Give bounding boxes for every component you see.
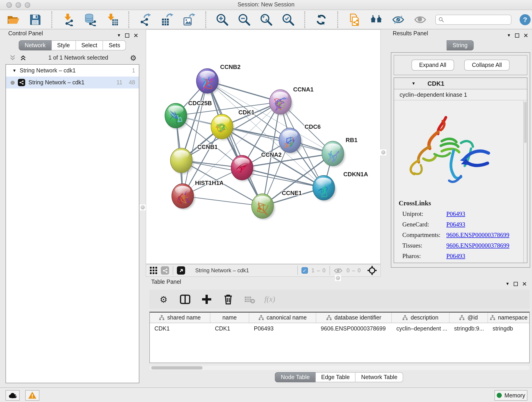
selected-checkbox-icon[interactable]: ✓	[301, 267, 308, 274]
panel-close-icon[interactable]: ✕	[133, 33, 138, 37]
selection-status: 1 of 1 Network selected	[27, 55, 130, 61]
right-splitter-handle[interactable]	[380, 149, 386, 155]
gene-entry-header[interactable]: ▼ CDK1	[394, 78, 527, 89]
tab-edge-table[interactable]: Edge Table	[316, 372, 356, 382]
network-node-RB1[interactable]	[322, 141, 344, 166]
panel-menu-icon[interactable]: ▼	[117, 33, 121, 38]
left-splitter-handle[interactable]	[140, 204, 146, 211]
tab-node-table[interactable]: Node Table	[275, 372, 316, 382]
crosslink-link[interactable]: 9606.ENSP00000378699	[446, 242, 509, 249]
collection-expander-icon[interactable]: ▼	[12, 68, 17, 73]
memory-button[interactable]: Memory	[494, 390, 527, 401]
cytoscape-window: Session: New Session	[0, 0, 532, 402]
panel-menu-icon[interactable]: ▼	[507, 33, 511, 38]
expand-all-button[interactable]: Expand All	[412, 60, 454, 70]
search-input[interactable]	[435, 14, 511, 25]
warning-button[interactable]	[25, 390, 39, 401]
table-row[interactable]: CDK1CDK1P064939606.ENSP00000378699cyclin…	[150, 323, 529, 334]
clone-network-icon[interactable]	[347, 13, 361, 26]
table-horizontal-scrollbar[interactable]	[149, 366, 530, 370]
delete-table-icon	[243, 293, 257, 306]
panel-float-icon[interactable]	[515, 33, 519, 37]
expand-all-icon[interactable]	[20, 55, 27, 61]
network-canvas[interactable]: CCNB2CCNA1CDC25BCDK1CDC6RB1CCNB1CCNA2CDK…	[146, 29, 381, 264]
column-header-description[interactable]: description	[392, 313, 450, 323]
tab-select[interactable]: Select	[76, 40, 103, 51]
add-column-icon[interactable]	[200, 293, 214, 306]
network-share-icon[interactable]	[161, 266, 169, 274]
zoom-in-icon[interactable]	[215, 13, 229, 26]
network-node-CCNB1[interactable]	[171, 148, 192, 173]
warning-icon	[28, 392, 36, 399]
column-header-name[interactable]: name	[210, 313, 249, 323]
panel-close-icon[interactable]: ✕	[523, 33, 528, 37]
network-row[interactable]: String Network – cdk1 11 48	[6, 77, 139, 89]
network-node-CDC6[interactable]	[279, 128, 301, 153]
network-node-CCNB2[interactable]	[196, 69, 218, 93]
export-image-icon[interactable]	[182, 13, 196, 26]
toolbar-separator	[128, 11, 129, 28]
crosslink-row: GeneCard:P06493	[399, 221, 527, 228]
network-view-title: String Network – cdk1	[195, 267, 293, 274]
open-session-icon[interactable]	[6, 13, 20, 26]
import-network-file-icon[interactable]	[61, 13, 75, 26]
collapse-all-button[interactable]: Collapse All	[464, 60, 510, 70]
cloud-button[interactable]	[6, 390, 20, 401]
import-network-database-icon[interactable]	[83, 13, 97, 26]
save-session-icon[interactable]	[28, 13, 42, 26]
network-node-CDKN1A[interactable]	[313, 176, 335, 200]
network-node-CCNE1[interactable]	[252, 194, 273, 218]
tab-style[interactable]: Style	[51, 40, 76, 51]
memory-status-dot	[497, 393, 502, 398]
network-edge-CCNB2-HIST1H1A[interactable]	[183, 81, 207, 196]
tab-network-table[interactable]: Network Table	[355, 372, 403, 382]
network-edge-CCNB2-CCNA1[interactable]	[207, 81, 280, 102]
export-table-icon[interactable]	[160, 13, 174, 26]
panel-menu-icon[interactable]: ▼	[505, 281, 510, 286]
grid-view-icon[interactable]	[150, 267, 157, 274]
zoom-out-icon[interactable]	[237, 13, 251, 26]
network-node-HIST1H1A[interactable]	[172, 184, 194, 208]
help-icon[interactable]: ?	[520, 14, 531, 25]
crosslink-link[interactable]: P06493	[446, 221, 465, 228]
import-table-icon[interactable]	[105, 13, 119, 26]
tab-string[interactable]: String	[447, 40, 473, 51]
network-graph[interactable]: CCNB2CCNA1CDC25BCDK1CDC6RB1CCNB1CCNA2CDK…	[146, 30, 380, 264]
string-results-box: Expand All Collapse All ▼ CDK1 cyclin–de…	[391, 52, 530, 268]
network-node-CCNA1[interactable]	[269, 89, 291, 114]
column-header-namespace[interactable]: namespace	[488, 313, 529, 323]
panel-float-icon[interactable]	[514, 282, 518, 286]
network-node-CDC25B[interactable]	[165, 103, 187, 128]
column-header-database-identifier[interactable]: database identifier	[316, 313, 392, 323]
refresh-icon[interactable]	[314, 13, 328, 26]
network-node-CCNA2[interactable]	[231, 155, 253, 180]
network-icon	[18, 79, 25, 86]
results-scrollbar[interactable]	[523, 101, 527, 263]
first-neighbors-icon[interactable]	[369, 13, 383, 26]
entry-expander-icon[interactable]: ▼	[412, 81, 416, 86]
tab-sets[interactable]: Sets	[103, 40, 126, 51]
tab-network[interactable]: Network	[19, 40, 52, 51]
panel-float-icon[interactable]	[125, 33, 129, 37]
column-header--id[interactable]: @id	[450, 313, 488, 323]
show-columns-icon[interactable]	[178, 293, 192, 306]
collapse-all-icon[interactable]	[9, 55, 16, 61]
zoom-fit-icon[interactable]	[259, 13, 273, 26]
network-node-CDK1[interactable]	[211, 114, 233, 139]
crosslink-link[interactable]: P06493	[446, 211, 465, 218]
export-network-icon[interactable]	[138, 13, 152, 26]
zoom-selected-icon[interactable]	[281, 13, 295, 26]
crosslink-link[interactable]: 9606.ENSP00000378699	[446, 231, 509, 239]
pan-crosshair-icon[interactable]	[367, 266, 377, 275]
hide-selected-icon[interactable]	[391, 13, 405, 26]
column-header-canonical-name[interactable]: canonical name	[249, 313, 316, 323]
crosslink-link[interactable]: P06493	[446, 253, 465, 260]
table-settings-gear-icon[interactable]: ⚙	[157, 293, 171, 306]
panel-close-icon[interactable]: ✕	[522, 282, 527, 286]
gear-icon[interactable]: ⚙	[130, 53, 137, 62]
column-header-shared-name[interactable]: shared name	[150, 313, 210, 323]
network-collection-row[interactable]: ▼ String Network – cdk1 1	[6, 65, 139, 77]
delete-column-icon[interactable]	[221, 293, 235, 306]
birds-eye-view-icon[interactable]	[177, 266, 185, 274]
show-all-icon	[413, 13, 427, 26]
